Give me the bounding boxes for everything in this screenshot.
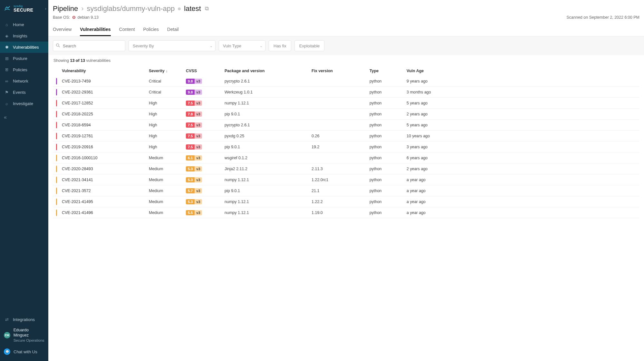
svg-point-0: [56, 44, 59, 46]
sidebar-item-insights[interactable]: ◈Insights: [0, 30, 48, 42]
sidebar-item-vulnerabilities[interactable]: ✱Vulnerabilities: [0, 42, 48, 53]
vuln-age: 9 years ago: [407, 79, 439, 83]
sidebar-item-label: Insights: [13, 34, 27, 38]
package-version: pip 9.0.1: [225, 145, 312, 149]
sidebar-item-network[interactable]: ∞Network: [0, 75, 48, 87]
breadcrumb-root[interactable]: Pipeline: [53, 5, 78, 13]
nav-icon: ⌕: [4, 101, 10, 106]
col-age[interactable]: Vuln Age: [407, 69, 439, 73]
vuln-age: 3 months ago: [407, 90, 439, 94]
sidebar-item-policies[interactable]: ⛨Policies: [0, 64, 48, 75]
severity-text: High: [149, 101, 186, 105]
vulntype-filter-dropdown[interactable]: Vuln Type ⌄: [219, 40, 265, 51]
dropdown-label: Severity By: [133, 44, 154, 48]
nav-icon: ✱: [4, 45, 10, 50]
col-vuln[interactable]: Vulnerability: [62, 69, 149, 73]
vuln-type: python: [370, 112, 407, 116]
collapse-sidebar-button[interactable]: «: [0, 111, 48, 123]
tab-policies[interactable]: Policies: [143, 24, 159, 36]
severity-text: Medium: [149, 189, 186, 193]
severity-indicator: [56, 210, 57, 216]
cvss-badge: 5.3v3: [186, 166, 202, 171]
search-input-wrap: [53, 40, 125, 51]
table-row[interactable]: CVE-2016-1000110Medium6.1v3wsgiref 0.1.2…: [53, 152, 639, 163]
table-row[interactable]: CVE-2021-41496Medium5.5v3numpy 1.12.11.1…: [53, 207, 639, 218]
cvss-badge: 5.7v3: [186, 188, 202, 193]
sidebar-user[interactable]: EM Eduardo Minguez Secure Operations: [0, 325, 48, 346]
search-input[interactable]: [53, 40, 125, 51]
nav-icon: ⚑: [4, 90, 10, 95]
table-row[interactable]: CVE-2018-6594High7.5v3pycrypto 2.6.1pyth…: [53, 120, 639, 131]
cve-id: CVE-2016-1000110: [62, 156, 149, 160]
table-row[interactable]: CVE-2021-41495Medium5.3v3numpy 1.12.11.2…: [53, 196, 639, 207]
sidebar-item-label: Events: [13, 90, 26, 95]
table-row[interactable]: CVE-2019-20916High7.5v3pip 9.0.119.2pyth…: [53, 141, 639, 152]
col-type[interactable]: Type: [370, 69, 407, 73]
copy-icon[interactable]: ⧉: [205, 5, 209, 12]
tab-vulnerabilities[interactable]: Vulnerabilities: [80, 24, 111, 36]
sidebar-item-integrations[interactable]: ⇄ Integrations: [0, 314, 48, 325]
severity-indicator: [56, 155, 57, 161]
table-row[interactable]: CVE-2017-12852High7.5v3numpy 1.12.1pytho…: [53, 98, 639, 109]
vuln-type: python: [370, 101, 407, 105]
table-row[interactable]: CVE-2019-12761High7.5v3pyxdg 0.250.26pyt…: [53, 131, 639, 141]
sidebar: sysdig SECURE › ⌂Home◈Insights✱Vulnerabi…: [0, 0, 48, 361]
filters: Severity By ⌄ Vuln Type ⌄ Has fix Exploi…: [48, 36, 644, 55]
cvss-badge: 5.3v3: [186, 177, 202, 182]
tab-detail[interactable]: Detail: [167, 24, 179, 36]
package-version: numpy 1.12.1: [225, 210, 312, 215]
brand[interactable]: sysdig SECURE ›: [0, 0, 48, 17]
sidebar-item-label: Network: [13, 79, 28, 83]
chevron-right-icon[interactable]: ›: [45, 6, 46, 11]
vuln-age: a year ago: [407, 210, 439, 215]
sidebar-item-investigate[interactable]: ⌕Investigate: [0, 98, 48, 109]
breadcrumb-sep: ›: [81, 5, 83, 13]
brand-main: SECURE: [14, 8, 33, 12]
package-version: pip 9.0.1: [225, 189, 312, 193]
nav-icon: ⌂: [4, 22, 10, 27]
table-row[interactable]: CVE-2021-3572Medium5.7v3pip 9.0.121.1pyt…: [53, 185, 639, 196]
package-version: wsgiref 0.1.2: [225, 156, 312, 160]
sidebar-item-events[interactable]: ⚑Events: [0, 87, 48, 98]
severity-text: High: [149, 112, 186, 116]
cvss-badge: 9.8v3: [186, 79, 202, 84]
table-row[interactable]: CVE-2021-34141Medium5.3v3numpy 1.12.11.2…: [53, 174, 639, 185]
col-package[interactable]: Package and version: [225, 69, 312, 73]
cve-id: CVE-2018-6594: [62, 123, 149, 127]
package-version: numpy 1.12.1: [225, 200, 312, 204]
severity-filter-dropdown[interactable]: Severity By ⌄: [129, 40, 216, 51]
chat-label: Chat with Us: [14, 349, 37, 354]
col-cvss[interactable]: CVSS: [186, 69, 225, 73]
cve-id: CVE-2017-12852: [62, 101, 149, 105]
fix-version: 1.19.0: [312, 210, 370, 215]
sidebar-item-home[interactable]: ⌂Home: [0, 19, 48, 30]
col-fix[interactable]: Fix version: [312, 69, 370, 73]
col-severity[interactable]: Severity↓: [149, 69, 186, 73]
sidebar-item-posture[interactable]: ⊞Posture: [0, 53, 48, 64]
vuln-age: a year ago: [407, 189, 439, 193]
sidebar-item-label: Investigate: [13, 101, 33, 106]
table-row[interactable]: CVE-2022-29361Critical9.8v3Werkzeug 1.0.…: [53, 87, 639, 98]
fix-version: 1.22.2: [312, 200, 370, 204]
hasfix-filter-button[interactable]: Has fix: [269, 40, 291, 51]
tab-content[interactable]: Content: [119, 24, 135, 36]
vuln-table: Vulnerability Severity↓ CVSS Package and…: [53, 66, 639, 218]
cvss-badge: 7.5v3: [186, 133, 202, 139]
table-row[interactable]: CVE-2013-7459Critical9.8v3pycrypto 2.6.1…: [53, 76, 639, 87]
vuln-age: a year ago: [407, 178, 439, 182]
table-row[interactable]: CVE-2018-20225High7.8v3pip 9.0.1python2 …: [53, 109, 639, 120]
severity-indicator: [56, 177, 57, 183]
breadcrumb-repo[interactable]: sysdiglabs/dummy-vuln-app: [87, 5, 175, 13]
vuln-type: python: [370, 79, 407, 83]
vuln-type: python: [370, 200, 407, 204]
sidebar-chat[interactable]: 💬 Chat with Us: [0, 346, 48, 358]
exploitable-filter-button[interactable]: Exploitable: [294, 40, 325, 51]
table-row[interactable]: CVE-2020-28493Medium5.3v3Jinja2 2.11.22.…: [53, 163, 639, 174]
package-version: numpy 1.12.1: [225, 101, 312, 105]
vuln-age: 10 years ago: [407, 134, 439, 138]
sidebar-nav: ⌂Home◈Insights✱Vulnerabilities⊞Posture⛨P…: [0, 17, 48, 111]
tab-overview[interactable]: Overview: [53, 24, 72, 36]
swap-icon: ⇄: [4, 317, 10, 322]
fix-version: 19.2: [312, 145, 370, 149]
search-icon: [55, 43, 61, 49]
